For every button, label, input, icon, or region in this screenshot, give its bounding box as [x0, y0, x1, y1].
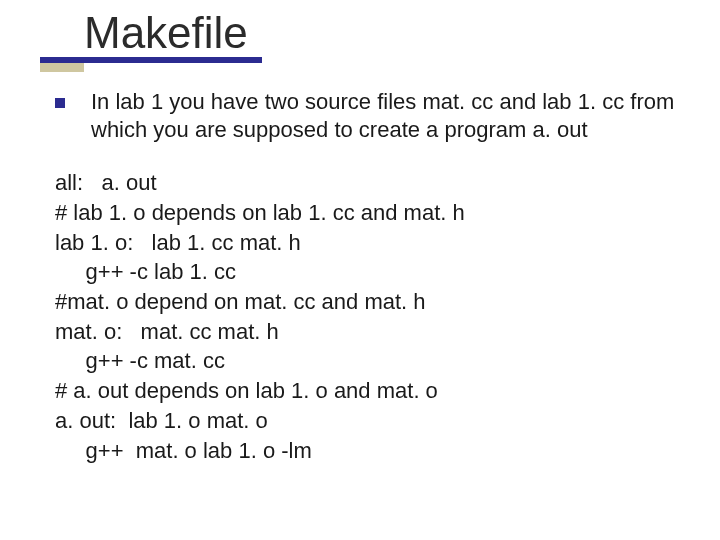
title-wrap: Makefile — [84, 8, 248, 62]
code-line: g++ mat. o lab 1. o -lm — [55, 438, 312, 463]
code-line: lab 1. o: lab 1. cc mat. h — [55, 230, 301, 255]
square-bullet-icon — [55, 98, 65, 108]
bullet-text: In lab 1 you have two source files mat. … — [91, 88, 692, 144]
code-line: a. out: lab 1. o mat. o — [55, 408, 268, 433]
makefile-code: all: a. out # lab 1. o depends on lab 1.… — [55, 168, 692, 465]
code-line: all: a. out — [55, 170, 157, 195]
code-line: g++ -c lab 1. cc — [55, 259, 236, 284]
slide-title: Makefile — [84, 8, 248, 62]
code-line: #mat. o depend on mat. cc and mat. h — [55, 289, 426, 314]
slide: Makefile In lab 1 you have two source fi… — [0, 0, 720, 540]
title-underline-shadow — [40, 63, 84, 72]
code-line: # lab 1. o depends on lab 1. cc and mat.… — [55, 200, 465, 225]
code-line: # a. out depends on lab 1. o and mat. o — [55, 378, 438, 403]
code-line: g++ -c mat. cc — [55, 348, 225, 373]
bullet-item: In lab 1 you have two source files mat. … — [55, 88, 692, 144]
slide-body: In lab 1 you have two source files mat. … — [55, 88, 692, 465]
code-line: mat. o: mat. cc mat. h — [55, 319, 279, 344]
